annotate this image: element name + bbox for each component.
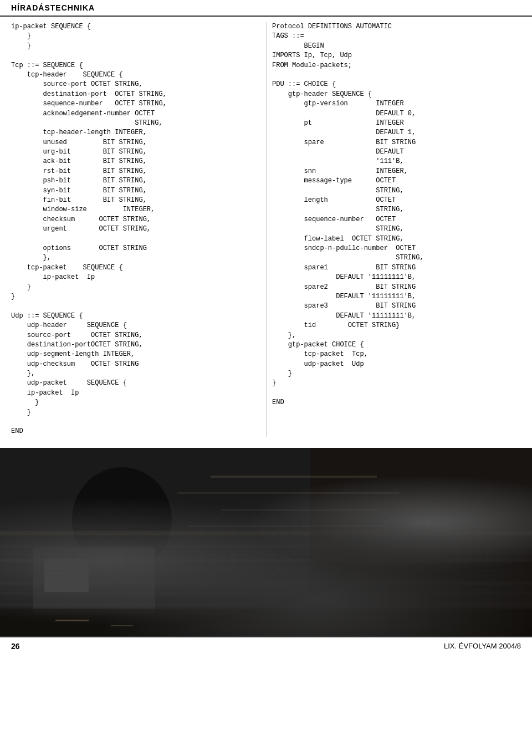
photo-image bbox=[0, 448, 532, 636]
photo-svg bbox=[0, 448, 532, 636]
svg-rect-19 bbox=[111, 625, 133, 626]
svg-rect-0 bbox=[0, 448, 532, 636]
left-code-block: ip-packet SEQUENCE { } } Tcp ::= SEQUENC… bbox=[11, 22, 258, 437]
svg-rect-13 bbox=[211, 476, 377, 478]
page-number: 26 bbox=[11, 642, 20, 651]
noise-overlay bbox=[0, 448, 532, 636]
main-content: ip-packet SEQUENCE { } } Tcp ::= SEQUENC… bbox=[0, 17, 532, 442]
right-column: Protocol DEFINITIONS AUTOMATIC TAGS ::= … bbox=[266, 22, 521, 437]
svg-rect-15 bbox=[222, 509, 377, 511]
svg-rect-17 bbox=[0, 609, 532, 636]
svg-rect-6 bbox=[0, 559, 532, 562]
svg-rect-4 bbox=[0, 531, 532, 535]
svg-point-1 bbox=[72, 467, 172, 573]
svg-rect-18 bbox=[55, 620, 89, 621]
svg-rect-10 bbox=[0, 603, 532, 606]
svg-rect-3 bbox=[44, 559, 89, 592]
svg-rect-11 bbox=[0, 614, 532, 616]
svg-rect-16 bbox=[188, 525, 388, 527]
page-footer: 26 LIX. ÉVFOLYAM 2004/8 bbox=[0, 636, 532, 655]
svg-rect-12 bbox=[310, 448, 532, 636]
svg-rect-7 bbox=[0, 570, 532, 572]
svg-rect-5 bbox=[0, 545, 532, 548]
page-header: HÍRADÁSTECHNIKA bbox=[0, 0, 532, 17]
svg-rect-8 bbox=[0, 581, 532, 585]
footer-right-text: LIX. ÉVFOLYAM 2004/8 bbox=[444, 642, 521, 650]
header-title: HÍRADÁSTECHNIKA bbox=[11, 3, 95, 12]
svg-rect-14 bbox=[177, 492, 399, 494]
svg-rect-2 bbox=[33, 548, 155, 614]
left-column: ip-packet SEQUENCE { } } Tcp ::= SEQUENC… bbox=[11, 22, 266, 437]
right-code-block: Protocol DEFINITIONS AUTOMATIC TAGS ::= … bbox=[272, 22, 521, 408]
photo-section bbox=[0, 448, 532, 636]
svg-rect-9 bbox=[0, 592, 532, 595]
